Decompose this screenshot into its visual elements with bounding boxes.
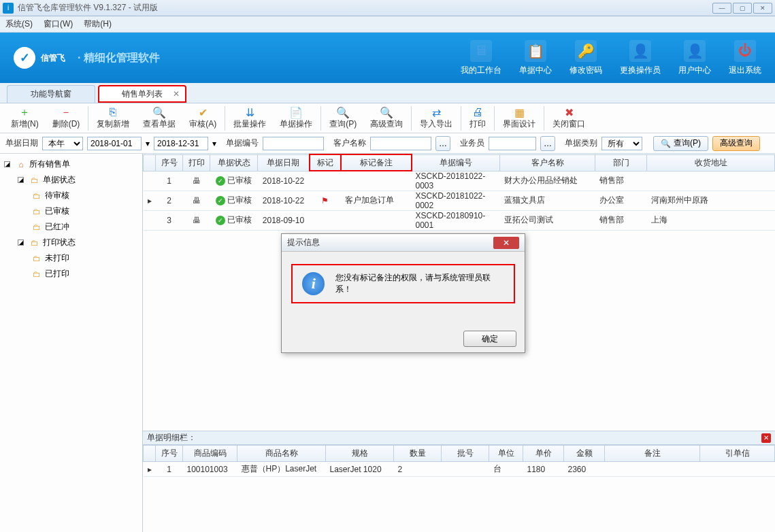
col-addr[interactable]: 收货地址 xyxy=(647,154,775,171)
table-row[interactable]: 3 🖶 ✓ 已审核 2018-09-10 XSCKD-20180910-0001… xyxy=(144,210,775,230)
col-docno[interactable]: 单据编号 xyxy=(412,154,500,171)
query-button[interactable]: 🔍查询(P) xyxy=(653,136,708,151)
tool-icon: 🖨 xyxy=(472,106,483,118)
folder-icon: 🗀 xyxy=(31,222,42,232)
adv-query-button[interactable]: 高级查询 xyxy=(712,136,760,151)
banner-btn-0[interactable]: 🖥我的工作台 xyxy=(461,40,501,76)
minimize-button[interactable]: — xyxy=(712,3,731,14)
banner-btn-2[interactable]: 🔑修改密码 xyxy=(570,40,602,76)
tool-icon: 📄 xyxy=(289,106,303,118)
tree-item-printed[interactable]: 🗀已打印 xyxy=(0,266,142,282)
date-range-select[interactable]: 本年 xyxy=(42,137,83,150)
tab-close-icon[interactable]: ✕ xyxy=(173,89,180,99)
col-status[interactable]: 单据状态 xyxy=(210,154,258,171)
tool-6[interactable]: 📄单据操作 xyxy=(273,104,319,133)
tree-root[interactable]: ◢⌂所有销售单 xyxy=(0,156,142,172)
folder-icon: 🗀 xyxy=(29,238,40,248)
sidebar-tree: ◢⌂所有销售单 ◢🗀单据状态 🗀待审核 🗀已审核 🗀已红冲 ◢🗀打印状态 🗀未打… xyxy=(0,154,143,532)
detail-row[interactable]: ▸ 1 100101003 惠普（HP）LaserJet LaserJet 10… xyxy=(144,462,775,477)
tree-status-group[interactable]: ◢🗀单据状态 xyxy=(0,172,142,188)
tool-icon: 🔍 xyxy=(380,106,393,118)
tool-12[interactable]: ✖关闭窗口 xyxy=(546,104,592,133)
printer-icon: 🖶 xyxy=(193,176,201,186)
detail-grid[interactable]: 序号 商品编码 商品名称 规格 数量 批号 单位 单价 金额 备注 引单信 ▸ … xyxy=(143,445,775,532)
tool-3[interactable]: 🔍查看单据 xyxy=(136,104,182,133)
label-date: 单据日期 xyxy=(5,137,38,149)
tree-item-approved[interactable]: 🗀已审核 xyxy=(0,203,142,219)
home-icon: ⌂ xyxy=(16,160,27,169)
window-titlebar: i 信管飞仓库管理软件 V9.1.327 - 试用版 — ▢ ✕ xyxy=(0,0,775,16)
close-button[interactable]: ✕ xyxy=(753,3,772,14)
approved-icon: ✓ xyxy=(216,176,225,186)
menubar: 系统(S) 窗口(W) 帮助(H) xyxy=(0,16,775,33)
banner-icon: ⏻ xyxy=(734,40,756,62)
tool-9[interactable]: ⇄导入导出 xyxy=(413,104,459,133)
detail-close-icon[interactable]: ✕ xyxy=(761,433,771,443)
app-icon: i xyxy=(3,3,14,14)
dialog-ok-button[interactable]: 确定 xyxy=(463,331,516,347)
table-row[interactable]: ▸ 2 🖶 ✓ 已审核 2018-10-22 ⚑ 客户加急订单 XSCKD-20… xyxy=(144,190,775,210)
tool-0[interactable]: ＋新增(N) xyxy=(4,104,46,133)
type-select[interactable]: 所有 xyxy=(601,137,642,150)
salesperson-input[interactable] xyxy=(489,137,536,150)
banner-btn-4[interactable]: 👤用户中心 xyxy=(678,40,711,76)
tab-nav[interactable]: 功能导航窗 xyxy=(7,85,95,103)
tree-item-pending[interactable]: 🗀待审核 xyxy=(0,188,142,203)
tool-4[interactable]: ✔审核(A) xyxy=(182,104,223,133)
col-date[interactable]: 单据日期 xyxy=(258,154,310,171)
docno-input[interactable] xyxy=(263,137,324,150)
tool-icon: ✔ xyxy=(199,106,208,118)
tab-sales-list[interactable]: 销售单列表 ✕ xyxy=(98,85,186,103)
logo-subtitle: · 精细化管理软件 xyxy=(78,51,160,65)
tool-icon: ⇄ xyxy=(432,106,441,118)
message-dialog: 提示信息 ✕ i 您没有标记备注的权限，请与系统管理员联系！ 确定 xyxy=(281,233,525,353)
tree-item-unprinted[interactable]: 🗀未打印 xyxy=(0,250,142,266)
tool-5[interactable]: ⇊批量操作 xyxy=(227,104,273,133)
salesperson-lookup-button[interactable]: … xyxy=(540,136,555,151)
table-row[interactable]: 1 🖶 ✓ 已审核 2018-10-22 XSCKD-20181022-0003… xyxy=(144,171,775,190)
col-customer[interactable]: 客户名称 xyxy=(500,154,595,171)
banner-btn-3[interactable]: 👤更换操作员 xyxy=(620,40,661,76)
banner-icon: 👤 xyxy=(684,40,706,62)
tool-8[interactable]: 🔍高级查询 xyxy=(363,104,410,133)
col-seq[interactable]: 序号 xyxy=(156,154,183,171)
tool-1[interactable]: －删除(D) xyxy=(46,104,87,133)
customer-lookup-button[interactable]: … xyxy=(435,136,450,151)
col-dept[interactable]: 部门 xyxy=(595,154,647,171)
maximize-button[interactable]: ▢ xyxy=(733,3,752,14)
menu-help[interactable]: 帮助(H) xyxy=(84,18,112,30)
banner-icon: 🖥 xyxy=(470,40,492,62)
printer-icon: 🖶 xyxy=(193,196,201,205)
dialog-titlebar[interactable]: 提示信息 ✕ xyxy=(282,234,525,252)
tool-11[interactable]: ▦界面设计 xyxy=(496,104,542,133)
tool-icon: 🔍 xyxy=(336,106,350,118)
tool-icon: ▦ xyxy=(514,106,525,118)
dialog-close-button[interactable]: ✕ xyxy=(493,237,519,249)
tabstrip: 功能导航窗 销售单列表 ✕ xyxy=(0,83,775,103)
info-icon: i xyxy=(302,272,325,295)
logo-text: 信管飞 xyxy=(41,52,65,64)
tool-7[interactable]: 🔍查询(P) xyxy=(323,104,363,133)
tool-icon: ⇊ xyxy=(246,106,254,118)
banner-btn-1[interactable]: 📋单据中心 xyxy=(519,40,552,76)
banner-icon: 📋 xyxy=(525,40,546,62)
tool-2[interactable]: ⎘复制新增 xyxy=(90,104,136,133)
banner-logo: ✓ 信管飞 · 精细化管理软件 xyxy=(14,47,160,69)
menu-system[interactable]: 系统(S) xyxy=(5,18,33,30)
date-to-input[interactable] xyxy=(154,137,208,150)
tool-10[interactable]: 🖨打印 xyxy=(463,104,493,133)
col-flag[interactable]: 标记 xyxy=(310,154,341,171)
col-flag-remark[interactable]: 标记备注 xyxy=(341,154,412,171)
tree-item-voided[interactable]: 🗀已红冲 xyxy=(0,219,142,235)
date-from-input[interactable] xyxy=(87,137,142,150)
label-docno: 单据编号 xyxy=(226,137,259,149)
customer-input[interactable] xyxy=(370,137,431,150)
label-customer: 客户名称 xyxy=(333,137,366,149)
menu-window[interactable]: 窗口(W) xyxy=(44,18,73,30)
banner-btn-5[interactable]: ⏻退出系统 xyxy=(729,40,761,76)
folder-icon: 🗀 xyxy=(31,191,42,201)
toolbar: ＋新增(N)－删除(D)⎘复制新增🔍查看单据✔审核(A)⇊批量操作📄单据操作🔍查… xyxy=(0,103,775,133)
col-print[interactable]: 打印 xyxy=(183,154,210,171)
tree-print-group[interactable]: ◢🗀打印状态 xyxy=(0,235,142,250)
label-salesperson: 业务员 xyxy=(460,137,484,149)
